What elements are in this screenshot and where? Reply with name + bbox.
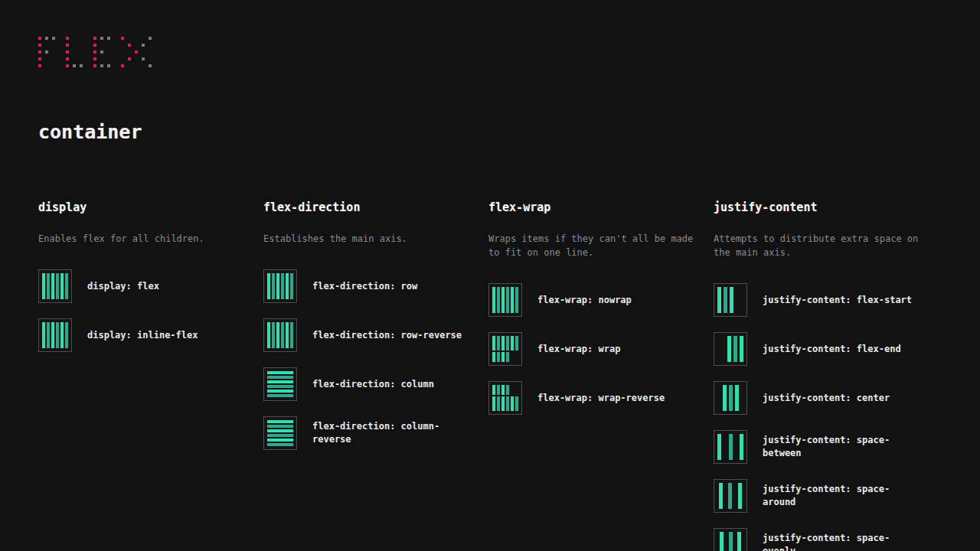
justify-space-evenly-icon (714, 528, 747, 551)
column-justify-content: justify-content Attempts to distribute e… (714, 201, 920, 551)
logo-dot (66, 64, 69, 67)
justify-center-icon (714, 381, 747, 415)
item-label: flex-direction: column-reverse (312, 420, 470, 446)
option-justify-content-flex-end[interactable]: justify-content: flex-end (714, 332, 920, 366)
column-description: Attempts to distribute extra space on th… (714, 232, 920, 259)
vertical-bars-icon (263, 269, 297, 303)
logo-dot (45, 57, 48, 60)
logo-dot (73, 64, 76, 67)
item-label: flex-direction: column (312, 378, 434, 391)
logo-dot (121, 57, 124, 60)
logo-dot (52, 51, 55, 54)
logo-letter-e (93, 37, 110, 67)
justify-flex-end-icon (714, 332, 747, 366)
item-label: justify-content: flex-end (763, 343, 901, 356)
column-flex-wrap: flex-wrap Wraps items if they can't all … (488, 201, 695, 551)
logo-dot (38, 64, 41, 67)
page-title: container (38, 121, 942, 144)
item-label: display: flex (87, 280, 159, 293)
item-label: justify-content: space-between (763, 434, 920, 460)
option-flex-direction-row-reverse[interactable]: flex-direction: row-reverse (263, 318, 470, 352)
logo-dot (135, 51, 138, 54)
item-label: justify-content: center (763, 392, 890, 405)
column-items: flex-direction: row flex-direction: row-… (263, 269, 470, 450)
item-label: justify-content: space-around (763, 483, 920, 509)
logo-dot (45, 51, 48, 54)
option-justify-content-space-evenly[interactable]: justify-content: space-evenly (714, 528, 920, 551)
item-label: justify-content: flex-start (763, 294, 912, 307)
item-label: display: inline-flex (87, 329, 198, 342)
item-label: flex-direction: row (312, 280, 417, 293)
column-header-flex-direction: flex-direction (263, 201, 470, 215)
justify-space-around-icon (714, 479, 747, 513)
logo-dot (142, 37, 145, 40)
logo-dot (128, 64, 131, 67)
option-flex-direction-column-reverse[interactable]: flex-direction: column-reverse (263, 416, 470, 450)
logo-dot (149, 37, 152, 40)
logo-dot (135, 37, 138, 40)
logo-dot (38, 44, 41, 47)
justify-space-between-icon (714, 430, 747, 464)
logo-dot (73, 57, 76, 60)
logo-dot (149, 44, 152, 47)
icon-bar-row (492, 385, 518, 395)
logo-dot (73, 37, 76, 40)
item-label: flex-wrap: wrap (537, 343, 620, 356)
wrap-reverse-rows-icon (488, 381, 522, 415)
logo-dot (66, 57, 69, 60)
logo-dot (93, 57, 96, 60)
logo-dot (107, 37, 110, 40)
logo-dot (100, 44, 103, 47)
logo-dot (128, 57, 131, 60)
option-flex-wrap-nowrap[interactable]: flex-wrap: nowrap (488, 283, 695, 317)
logo-dot (128, 51, 131, 54)
logo-dot (135, 64, 138, 67)
logo-letter-x (121, 37, 152, 67)
item-label: flex-direction: row-reverse (312, 329, 462, 342)
column-flex-direction: flex-direction Establishes the main axis… (263, 201, 470, 551)
logo-dot (93, 51, 96, 54)
column-description: Enables flex for all children. (38, 232, 245, 246)
logo-dot (80, 64, 83, 67)
option-flex-direction-column[interactable]: flex-direction: column (263, 367, 470, 401)
option-justify-content-center[interactable]: justify-content: center (714, 381, 920, 415)
wrap-rows-icon (488, 332, 522, 366)
logo-dot (93, 44, 96, 47)
logo-dot (107, 57, 110, 60)
vertical-bars-icon (38, 318, 72, 352)
option-justify-content-space-between[interactable]: justify-content: space-between (714, 430, 920, 464)
justify-flex-start-icon (714, 283, 747, 317)
flex-logo (38, 37, 942, 67)
horizontal-bars-icon (263, 367, 297, 401)
logo-dot (128, 37, 131, 40)
option-flex-direction-row[interactable]: flex-direction: row (263, 269, 470, 303)
column-header-justify-content: justify-content (714, 201, 920, 215)
logo-dot (38, 57, 41, 60)
logo-dot (52, 57, 55, 60)
option-flex-wrap-wrap-reverse[interactable]: flex-wrap: wrap-reverse (488, 381, 695, 415)
logo-dot (100, 37, 103, 40)
logo-dot (149, 64, 152, 67)
column-description: Establishes the main axis. (263, 232, 470, 246)
logo-dot (142, 64, 145, 67)
flexbox-cheatsheet-page: container display Enables flex for all c… (0, 0, 980, 551)
option-display-flex[interactable]: display: flex (38, 269, 245, 303)
logo-dot (93, 64, 96, 67)
option-display-inline-flex[interactable]: display: inline-flex (38, 318, 245, 352)
logo-dot (52, 64, 55, 67)
logo-dot (121, 64, 124, 67)
properties-grid: display Enables flex for all children. d… (38, 201, 942, 551)
icon-bar-row (492, 396, 518, 411)
logo-dot (66, 51, 69, 54)
column-header-display: display (38, 201, 245, 215)
vertical-bars-icon (488, 283, 522, 317)
option-flex-wrap-wrap[interactable]: flex-wrap: wrap (488, 332, 695, 366)
icon-bar-row (492, 352, 518, 362)
logo-dot (80, 37, 83, 40)
option-justify-content-flex-start[interactable]: justify-content: flex-start (714, 283, 920, 317)
option-justify-content-space-around[interactable]: justify-content: space-around (714, 479, 920, 513)
icon-bar-row (492, 336, 518, 350)
logo-dot (45, 64, 48, 67)
column-display: display Enables flex for all children. d… (38, 201, 245, 551)
logo-letter-f (38, 37, 55, 67)
